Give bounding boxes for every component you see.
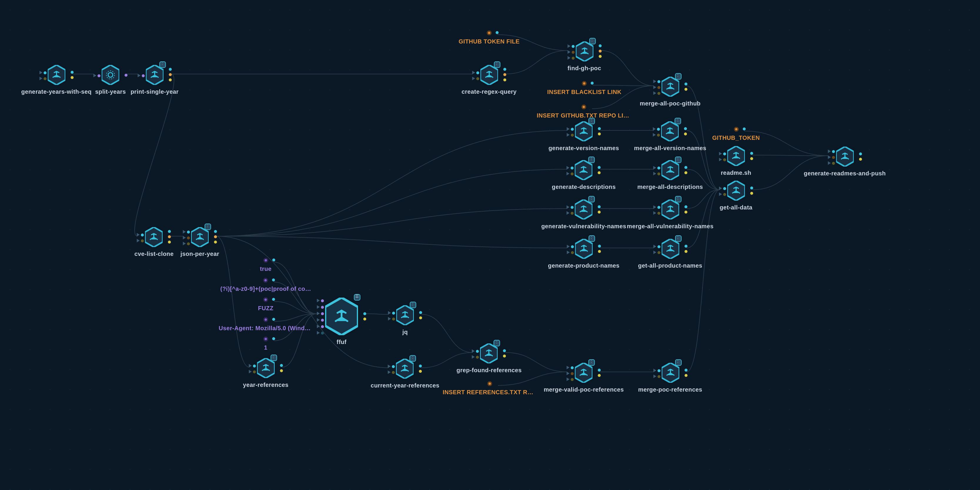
node-print-single-year[interactable]: print-single-year xyxy=(130,65,179,95)
left-port-teal[interactable] xyxy=(472,349,479,353)
param-insert-blacklist[interactable]: INSERT BLACKLIST LINK xyxy=(547,80,622,95)
right-port-teal[interactable] xyxy=(280,364,283,367)
param-out-port[interactable] xyxy=(496,31,498,34)
right-port-yellow[interactable] xyxy=(503,355,506,357)
right-port-yellow[interactable] xyxy=(363,317,366,320)
right-port-teal[interactable] xyxy=(503,349,506,352)
right-port-orange[interactable] xyxy=(214,235,217,238)
left-port-teal[interactable] xyxy=(567,205,574,209)
node-current-year-references[interactable]: current-year-references xyxy=(371,359,439,389)
left-port-purple[interactable] xyxy=(317,318,324,322)
node-find-gh-poc[interactable]: find-gh-poc xyxy=(568,41,601,71)
right-port-yellow[interactable] xyxy=(598,211,601,214)
left-port-yellow[interactable] xyxy=(472,77,479,80)
left-port-yellow[interactable] xyxy=(567,56,574,60)
node-ffuf[interactable]: ffuf xyxy=(325,298,358,345)
right-port-teal[interactable] xyxy=(684,166,687,169)
left-port-orange[interactable] xyxy=(567,50,574,54)
left-port-teal[interactable] xyxy=(567,44,574,48)
right-port-teal[interactable] xyxy=(503,68,506,71)
right-port-yellow[interactable] xyxy=(684,88,687,91)
right-port-teal[interactable] xyxy=(419,311,422,314)
left-port-yellow[interactable] xyxy=(40,77,46,80)
right-port-teal[interactable] xyxy=(684,82,687,86)
left-port-purple[interactable] xyxy=(317,312,324,315)
right-port-orange[interactable] xyxy=(168,235,171,238)
right-port-yellow[interactable] xyxy=(503,78,506,81)
right-port-teal[interactable] xyxy=(750,187,753,189)
node-year-references[interactable]: year-references xyxy=(243,358,289,388)
left-port-teal[interactable] xyxy=(567,245,574,248)
left-port-orange[interactable] xyxy=(183,236,190,239)
node-get-all-product-names[interactable]: get-all-product-names xyxy=(638,239,702,269)
left-port-purple[interactable] xyxy=(138,74,145,77)
param-out-port[interactable] xyxy=(272,337,275,340)
right-port-yellow[interactable] xyxy=(750,192,753,195)
param-insert-github-repo[interactable]: INSERT GITHUB.TXT REPO LINK xyxy=(537,103,631,119)
right-port-teal[interactable] xyxy=(169,68,172,71)
right-port-yellow[interactable] xyxy=(169,78,172,81)
left-port-yellow[interactable] xyxy=(653,133,660,136)
node-generate-product-names[interactable]: generate-product-names xyxy=(548,239,619,269)
right-port-teal[interactable] xyxy=(598,166,601,169)
right-port-orange[interactable] xyxy=(598,50,601,52)
left-port-teal[interactable] xyxy=(249,364,256,368)
right-port-yellow[interactable] xyxy=(684,211,687,214)
param-github-token[interactable]: GITHUB_TOKEN xyxy=(712,126,760,141)
right-port-yellow[interactable] xyxy=(684,374,687,377)
left-port-purple[interactable] xyxy=(317,325,324,328)
param-ffuf-true[interactable]: true xyxy=(260,257,271,272)
node-jq[interactable]: jq xyxy=(396,305,414,335)
left-port-teal[interactable] xyxy=(137,233,144,236)
left-port-orange[interactable] xyxy=(653,86,660,89)
left-port-yellow[interactable] xyxy=(828,161,835,165)
left-port-yellow[interactable] xyxy=(653,91,660,95)
left-port-yellow[interactable] xyxy=(137,239,144,243)
left-port-teal[interactable] xyxy=(653,166,660,170)
left-port-yellow[interactable] xyxy=(653,374,660,378)
right-port-yellow[interactable] xyxy=(280,369,283,372)
right-port-yellow[interactable] xyxy=(214,241,217,244)
right-port-yellow[interactable] xyxy=(598,374,601,377)
param-out-port[interactable] xyxy=(743,127,745,130)
right-port-teal[interactable] xyxy=(684,245,687,247)
left-port-teal[interactable] xyxy=(653,205,660,209)
left-port-teal[interactable] xyxy=(653,245,660,248)
node-merge-all-descriptions[interactable]: merge-all-descriptions xyxy=(637,160,703,190)
left-port-teal[interactable] xyxy=(828,149,835,153)
right-port-yellow[interactable] xyxy=(598,55,601,58)
right-port-teal[interactable] xyxy=(363,312,366,315)
left-port-teal[interactable] xyxy=(653,369,660,372)
param-out-port[interactable] xyxy=(272,298,275,301)
left-port-teal[interactable] xyxy=(183,230,190,233)
param-ffuf-regex[interactable]: (?i)[^a-z0-9]+(poc|proof of co… xyxy=(220,277,311,292)
right-port-orange[interactable] xyxy=(169,73,172,76)
left-port-yellow[interactable] xyxy=(388,317,395,320)
right-port-yellow[interactable] xyxy=(168,241,171,244)
left-port-yellow[interactable] xyxy=(183,242,190,245)
left-port-purple[interactable] xyxy=(317,305,324,309)
node-merge-all-vulnerability-names[interactable]: merge-all-vulnerability-names xyxy=(627,200,713,230)
right-port-teal[interactable] xyxy=(750,152,753,155)
right-port-teal[interactable] xyxy=(70,71,73,74)
left-port-orange[interactable] xyxy=(567,372,574,375)
left-port-teal[interactable] xyxy=(719,187,726,190)
left-port-teal[interactable] xyxy=(653,127,660,131)
node-merge-valid-poc-references[interactable]: merge-valid-poc-references xyxy=(544,363,624,393)
left-port-teal[interactable] xyxy=(40,71,46,75)
right-port-yellow[interactable] xyxy=(684,171,687,174)
right-port-yellow[interactable] xyxy=(684,250,687,253)
param-out-port[interactable] xyxy=(591,82,594,85)
node-create-regex-query[interactable]: create-regex-query xyxy=(461,65,517,95)
right-port-teal[interactable] xyxy=(598,245,601,247)
right-port-teal[interactable] xyxy=(598,44,601,47)
param-ffuf-one[interactable]: 1 xyxy=(262,336,269,351)
left-port-yellow[interactable] xyxy=(388,370,395,374)
left-port-teal[interactable] xyxy=(472,71,479,75)
left-port-yellow[interactable] xyxy=(567,377,574,381)
right-port-teal[interactable] xyxy=(684,127,687,130)
node-generate-version-names[interactable]: generate-version-names xyxy=(549,121,619,151)
param-out-port[interactable] xyxy=(272,279,275,281)
left-port-teal[interactable] xyxy=(653,79,660,83)
left-port-teal[interactable] xyxy=(317,331,324,335)
